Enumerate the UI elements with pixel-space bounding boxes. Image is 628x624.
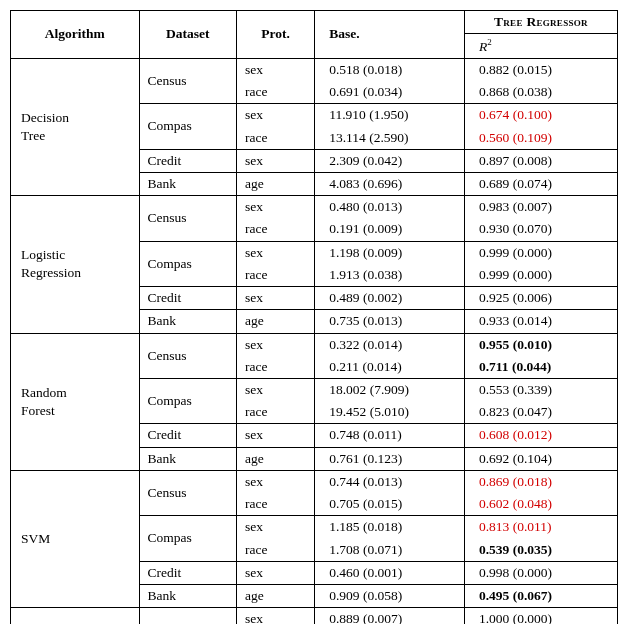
base-cell: 0.748 (0.011) — [315, 424, 465, 447]
dataset-cell: Census — [139, 333, 236, 378]
r2-cell: 0.692 (0.104) — [464, 447, 617, 470]
r2-cell: 0.983 (0.007) — [464, 196, 617, 219]
base-cell: 0.480 (0.013) — [315, 196, 465, 219]
r2-cell: 0.930 (0.070) — [464, 218, 617, 241]
base-cell: 0.211 (0.014) — [315, 356, 465, 379]
base-cell: 1.198 (0.009) — [315, 241, 465, 264]
base-cell: 2.309 (0.042) — [315, 149, 465, 172]
dataset-cell: Bank — [139, 310, 236, 333]
base-cell: 11.910 (1.950) — [315, 104, 465, 127]
dataset-cell: Credit — [139, 149, 236, 172]
dataset-cell: Compas — [139, 104, 236, 149]
base-cell: 0.909 (0.058) — [315, 584, 465, 607]
prot-cell: race — [236, 539, 314, 562]
algorithm-cell: SVM — [11, 470, 140, 607]
r2-cell: 0.869 (0.018) — [464, 470, 617, 493]
r2-cell: 0.933 (0.014) — [464, 310, 617, 333]
prot-cell: sex — [236, 241, 314, 264]
algorithm-cell: LogisticRegression — [11, 196, 140, 333]
base-cell: 0.705 (0.015) — [315, 493, 465, 516]
dataset-cell: Bank — [139, 173, 236, 196]
base-cell: 0.744 (0.013) — [315, 470, 465, 493]
r2-cell: 0.553 (0.339) — [464, 379, 617, 402]
dataset-cell: Census — [139, 58, 236, 103]
prot-cell: sex — [236, 333, 314, 356]
table-row: LogisticRegressionCensussex0.480 (0.013)… — [11, 196, 618, 219]
dataset-cell: Census — [139, 608, 236, 624]
prot-cell: sex — [236, 58, 314, 81]
prot-cell: sex — [236, 516, 314, 539]
prot-cell: sex — [236, 287, 314, 310]
prot-cell: sex — [236, 104, 314, 127]
dataset-cell: Bank — [139, 447, 236, 470]
r2-cell: 1.000 (0.000) — [464, 608, 617, 624]
prot-cell: race — [236, 356, 314, 379]
r2-cell: 0.925 (0.006) — [464, 287, 617, 310]
header-base: Base. — [315, 11, 465, 59]
r2-cell: 0.602 (0.048) — [464, 493, 617, 516]
prot-cell: race — [236, 264, 314, 287]
dataset-cell: Compas — [139, 379, 236, 424]
table-row: DecisionTreeCensussex0.518 (0.018)0.882 … — [11, 58, 618, 81]
prot-cell: race — [236, 493, 314, 516]
base-cell: 13.114 (2.590) — [315, 127, 465, 150]
prot-cell: race — [236, 81, 314, 104]
r2-cell: 0.998 (0.000) — [464, 561, 617, 584]
prot-cell: sex — [236, 561, 314, 584]
r2-cell: 0.689 (0.074) — [464, 173, 617, 196]
r2-cell: 0.674 (0.100) — [464, 104, 617, 127]
prot-cell: race — [236, 218, 314, 241]
prot-cell: race — [236, 401, 314, 424]
prot-cell: race — [236, 127, 314, 150]
dataset-cell: Credit — [139, 287, 236, 310]
r2-cell: 0.868 (0.038) — [464, 81, 617, 104]
dataset-cell: Compas — [139, 241, 236, 286]
prot-cell: sex — [236, 424, 314, 447]
base-cell: 0.191 (0.009) — [315, 218, 465, 241]
header-algorithm: Algorithm — [11, 11, 140, 59]
base-cell: 18.002 (7.909) — [315, 379, 465, 402]
prot-cell: sex — [236, 196, 314, 219]
r2-cell: 0.711 (0.044) — [464, 356, 617, 379]
r2-cell: 0.999 (0.000) — [464, 264, 617, 287]
table-row: RandomForestCensussex0.322 (0.014)0.955 … — [11, 333, 618, 356]
base-cell: 4.083 (0.696) — [315, 173, 465, 196]
base-cell: 0.460 (0.001) — [315, 561, 465, 584]
r2-cell: 0.955 (0.010) — [464, 333, 617, 356]
base-cell: 0.322 (0.014) — [315, 333, 465, 356]
base-cell: 0.889 (0.007) — [315, 608, 465, 624]
algorithm-cell: RandomForest — [11, 333, 140, 470]
base-cell: 19.452 (5.010) — [315, 401, 465, 424]
table-row: SVMCensussex0.744 (0.013)0.869 (0.018) — [11, 470, 618, 493]
base-cell: 0.691 (0.034) — [315, 81, 465, 104]
header-r2: R2 — [464, 34, 617, 59]
r2-cell: 0.882 (0.015) — [464, 58, 617, 81]
algorithm-cell: DiscriminantAnalysis — [11, 608, 140, 624]
prot-cell: sex — [236, 149, 314, 172]
prot-cell: sex — [236, 608, 314, 624]
table-row: DiscriminantAnalysisCensussex0.889 (0.00… — [11, 608, 618, 624]
dataset-cell: Credit — [139, 424, 236, 447]
results-table: AlgorithmDatasetProt.Base.Tree Regressor… — [10, 10, 618, 624]
dataset-cell: Compas — [139, 516, 236, 561]
base-cell: 0.489 (0.002) — [315, 287, 465, 310]
base-cell: 0.735 (0.013) — [315, 310, 465, 333]
header-tree-regressor: Tree Regressor — [464, 11, 617, 34]
r2-cell: 0.897 (0.008) — [464, 149, 617, 172]
dataset-cell: Bank — [139, 584, 236, 607]
r2-cell: 0.560 (0.109) — [464, 127, 617, 150]
prot-cell: age — [236, 310, 314, 333]
dataset-cell: Credit — [139, 561, 236, 584]
r2-cell: 0.813 (0.011) — [464, 516, 617, 539]
prot-cell: age — [236, 584, 314, 607]
dataset-cell: Census — [139, 470, 236, 515]
base-cell: 0.761 (0.123) — [315, 447, 465, 470]
base-cell: 0.518 (0.018) — [315, 58, 465, 81]
base-cell: 1.708 (0.071) — [315, 539, 465, 562]
r2-cell: 0.608 (0.012) — [464, 424, 617, 447]
r2-cell: 0.539 (0.035) — [464, 539, 617, 562]
base-cell: 1.185 (0.018) — [315, 516, 465, 539]
prot-cell: age — [236, 173, 314, 196]
algorithm-cell: DecisionTree — [11, 58, 140, 195]
prot-cell: age — [236, 447, 314, 470]
